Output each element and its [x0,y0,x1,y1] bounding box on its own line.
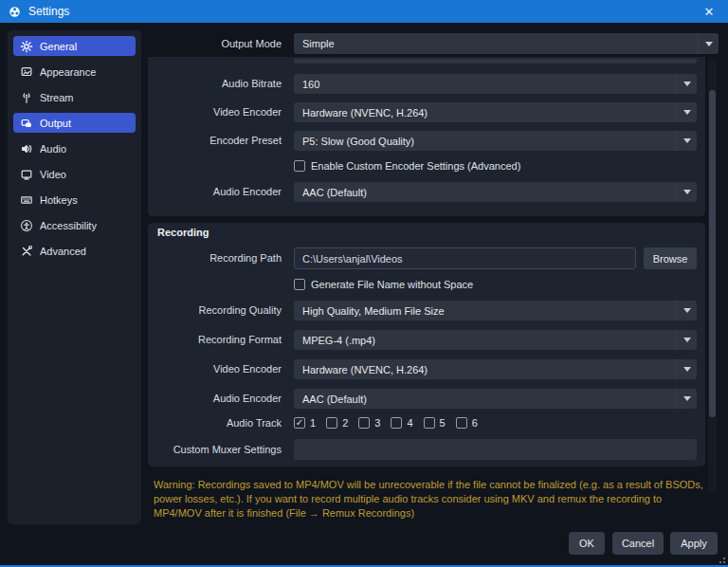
recording-quality-select[interactable]: High Quality, Medium File Size [294,301,697,320]
sidebar-item-label: General [40,41,77,52]
appearance-icon [20,65,33,79]
audio-track-5-label: 5 [440,417,446,429]
audio-track-3-label: 3 [374,417,380,429]
gear-icon [20,40,33,53]
settings-window: Settings ✕ General Appearance [0,0,728,567]
sidebar-item-video[interactable]: Video [13,164,136,184]
sidebar-item-advanced[interactable]: Advanced [13,241,136,261]
audio-track-3-checkbox[interactable] [358,417,370,429]
recording-format-value: MPEG-4 (.mp4) [294,330,676,350]
stream-icon [20,91,33,104]
recording-format-label: Recording Format [148,330,282,350]
sidebar-item-label: Video [40,169,66,180]
sidebar-item-audio[interactable]: Audio [13,138,136,158]
audio-track-4-label: 4 [407,417,412,429]
output-mode-select[interactable]: Simple [294,33,719,54]
cancel-button[interactable]: Cancel [612,532,664,555]
audio-bitrate-value: 160 [294,74,676,94]
ok-button[interactable]: OK [569,532,605,555]
chevron-down-icon [676,359,697,379]
titlebar[interactable]: Settings ✕ [0,0,728,23]
audio-track-2-label: 2 [342,417,348,429]
stream-video-encoder-label: Video Encoder [148,102,282,122]
output-icon [20,117,33,130]
chevron-down-icon [698,33,719,54]
sidebar-item-general[interactable]: General [13,36,136,56]
rec-audio-encoder-select[interactable]: AAC (Default) [294,389,697,409]
audio-bitrate-label: Audio Bitrate [148,74,282,94]
apply-button[interactable]: Apply [670,532,718,555]
custom-encoder-settings-checkbox[interactable] [294,160,305,172]
recording-quality-value: High Quality, Medium File Size [294,301,676,320]
output-mode-value: Simple [294,33,698,54]
rec-audio-encoder-value: AAC (Default) [294,389,676,409]
rec-video-encoder-select[interactable]: Hardware (NVENC, H.264) [294,359,697,379]
check-icon: ✓ [296,418,303,428]
audio-track-4-checkbox[interactable] [391,417,402,429]
chevron-down-icon [676,389,697,409]
sidebar-item-label: Hotkeys [40,194,78,206]
stream-video-encoder-select[interactable]: Hardware (NVENC, H.264) [294,102,697,122]
rec-audio-encoder-label: Audio Encoder [148,389,282,409]
chevron-down-icon [676,182,697,202]
close-icon[interactable]: ✕ [690,0,728,23]
sidebar-item-label: Advanced [40,246,86,257]
custom-muxer-label: Custom Muxer Settings [148,440,282,460]
sidebar-item-appearance[interactable]: Appearance [13,62,136,82]
recording-section-title: Recording [157,227,209,238]
sidebar-item-hotkeys[interactable]: Hotkeys [13,190,136,210]
sidebar-item-accessibility[interactable]: Accessibility [13,215,136,235]
chevron-down-icon [676,74,697,94]
stream-audio-encoder-label: Audio Encoder [148,182,282,202]
chevron-down-icon [676,102,697,122]
sidebar-item-label: Output [40,118,71,129]
audio-track-label: Audio Track [148,413,282,433]
stream-video-encoder-value: Hardware (NVENC, H.264) [294,102,676,122]
custom-muxer-input[interactable] [294,439,697,460]
no-space-filename-checkbox[interactable] [294,279,305,290]
sidebar-item-label: Audio [40,143,66,155]
encoder-preset-label: Encoder Preset [148,131,282,151]
sidebar-item-label: Appearance [40,66,96,78]
chevron-down-icon [676,131,697,151]
recording-path-label: Recording Path [148,248,282,268]
sidebar-item-label: Accessibility [40,220,97,231]
accessibility-icon [20,219,33,232]
sidebar-item-label: Stream [40,92,73,103]
encoder-preset-value: P5: Slow (Good Quality) [294,131,676,151]
audio-track-row: ✓ 1 2 3 4 5 6 [294,417,483,429]
browse-button[interactable]: Browse [644,247,697,269]
stream-audio-encoder-select[interactable]: AAC (Default) [294,182,697,202]
custom-encoder-settings-label: Enable Custom Encoder Settings (Advanced… [311,160,520,172]
no-space-filename-row: Generate File Name without Space [294,279,473,290]
video-icon [20,168,33,181]
chevron-down-icon [676,330,697,350]
advanced-icon [20,245,33,258]
encoder-preset-select[interactable]: P5: Slow (Good Quality) [294,131,697,151]
audio-track-5-checkbox[interactable] [424,417,435,429]
resize-grip[interactable] [718,556,725,563]
mp4-warning-text: Warning: Recordings saved to MP4/MOV wil… [154,478,703,521]
obs-logo-icon [9,6,21,18]
audio-track-1-label: 1 [310,417,316,429]
recording-format-select[interactable]: MPEG-4 (.mp4) [294,330,697,350]
audio-track-2-checkbox[interactable] [326,417,337,429]
hotkeys-icon [20,193,33,207]
audio-track-1-checkbox[interactable]: ✓ [294,417,305,429]
clipped-combo-edge [294,59,697,64]
audio-track-6-label: 6 [472,417,478,429]
settings-sidebar: General Appearance Stream [8,30,141,524]
sidebar-item-output[interactable]: Output [13,113,136,133]
scrollbar-thumb[interactable] [709,90,716,417]
rec-video-encoder-label: Video Encoder [148,359,282,379]
no-space-filename-label: Generate File Name without Space [311,279,473,290]
audio-track-6-checkbox[interactable] [456,417,467,429]
window-title: Settings [28,5,69,18]
chevron-down-icon [676,301,697,320]
audio-bitrate-select[interactable]: 160 [294,74,697,94]
custom-encoder-settings-row: Enable Custom Encoder Settings (Advanced… [294,160,520,172]
stream-audio-encoder-value: AAC (Default) [294,182,676,202]
sidebar-item-stream[interactable]: Stream [13,87,136,107]
rec-video-encoder-value: Hardware (NVENC, H.264) [294,359,676,379]
recording-path-input[interactable] [294,247,636,269]
